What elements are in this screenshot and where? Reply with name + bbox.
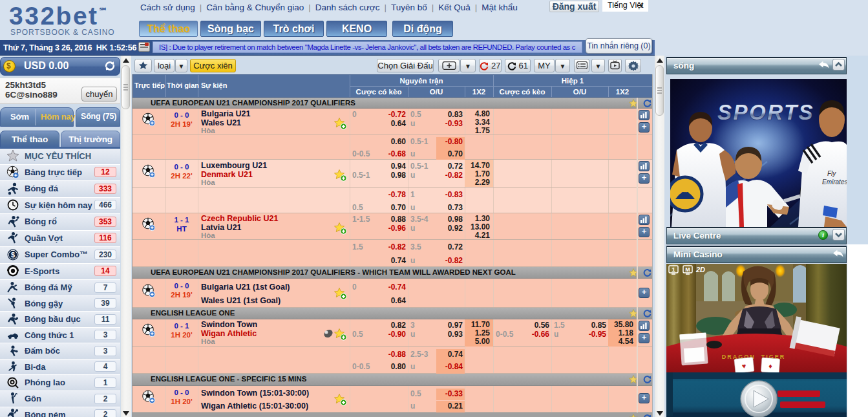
- svg-text:Fly: Fly: [827, 170, 836, 177]
- svg-text:2D: 2D: [695, 266, 705, 273]
- svg-text:30: 30: [681, 191, 690, 200]
- svg-text:$: $: [11, 251, 15, 259]
- svg-text:M: M: [685, 266, 690, 273]
- svg-text:SPORTS: SPORTS: [717, 100, 814, 124]
- svg-text:Emirates: Emirates: [822, 178, 847, 186]
- svg-text:♥: ♥: [741, 362, 746, 370]
- svg-text:1: 1: [672, 266, 675, 273]
